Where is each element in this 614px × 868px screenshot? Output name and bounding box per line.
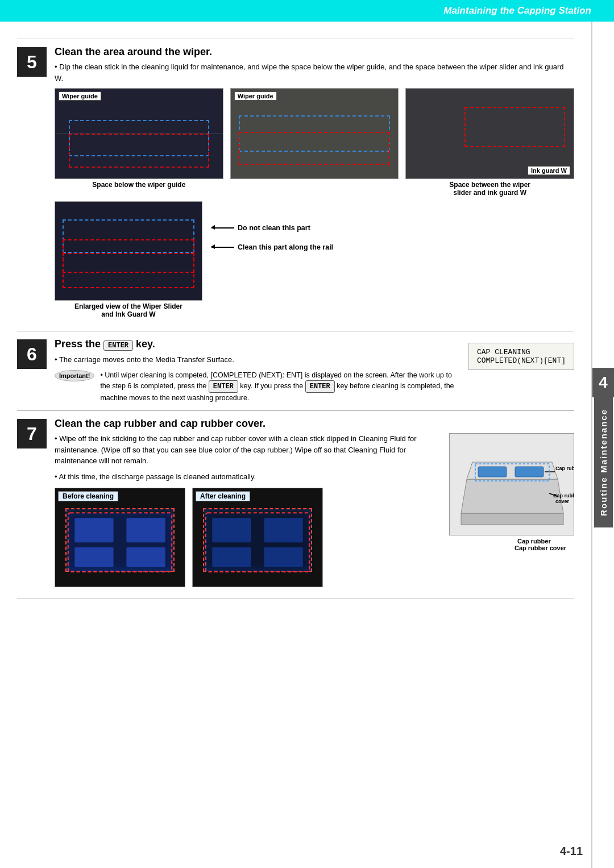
step-6-number: 6 xyxy=(17,339,47,369)
svg-marker-19 xyxy=(461,479,563,513)
svg-rect-9 xyxy=(74,547,113,567)
svg-rect-16 xyxy=(264,547,302,567)
svg-rect-2 xyxy=(231,89,399,178)
step-5-img1-box: Wiper guide Space below the wiper guide xyxy=(55,88,223,189)
enlarged-caption: Enlarged view of the Wiper Slider and In… xyxy=(55,302,202,318)
step-6-content: Press the ENTER key. • The carriage move… xyxy=(55,338,574,404)
step-7-main: • Wipe off the ink sticking to the cap r… xyxy=(55,433,574,587)
cap-rubber-label: Cap rubber xyxy=(517,538,551,545)
enlarged-img xyxy=(55,201,202,301)
step-6-block: 6 Press the ENTER key. • The carriage mo… xyxy=(17,338,574,404)
arrow-icon-2 xyxy=(211,247,234,248)
important-badge: Important! xyxy=(55,370,94,381)
step-6-row: Press the ENTER key. • The carriage move… xyxy=(55,338,574,404)
svg-text:Cap rubber: Cap rubber xyxy=(553,493,574,499)
step-6-left: Press the ENTER key. • The carriage move… xyxy=(55,338,457,404)
bottom-divider xyxy=(17,599,574,599)
svg-rect-15 xyxy=(212,547,251,567)
step-5-title: Clean the area around the wiper. xyxy=(55,46,574,58)
enlarged-view-block: Enlarged view of the Wiper Slider and In… xyxy=(55,201,574,318)
svg-rect-13 xyxy=(212,518,251,542)
step-5-img2-box: Wiper guide xyxy=(230,88,399,189)
step-6-important: Important! • Until wiper cleaning is com… xyxy=(55,370,457,404)
svg-rect-7 xyxy=(74,518,113,542)
enlarged-img-box: Enlarged view of the Wiper Slider and In… xyxy=(55,201,202,318)
step-7-desc2: • At this time, the discharge passage is… xyxy=(55,471,440,483)
clean-along-rail-label: Clean this part along the rail xyxy=(211,243,333,251)
ink-guard-w-label: Ink guard W xyxy=(528,166,570,175)
enter-key-2[interactable]: ENTER xyxy=(209,380,238,393)
step-5-img3-box: Ink guard W Space between the wiper slid… xyxy=(405,88,574,197)
chapter-number: 4 xyxy=(592,368,614,397)
step-5-img3: Ink guard W xyxy=(405,88,574,179)
svg-rect-3 xyxy=(406,89,574,178)
before-after-row: Before cleaning xyxy=(55,488,440,587)
step-5-img1: Wiper guide xyxy=(55,88,223,179)
svg-rect-14 xyxy=(264,518,302,542)
step-5-block: 5 Clean the area around the wiper. • Dip… xyxy=(17,46,574,324)
step-5-number: 5 xyxy=(17,47,47,77)
enter-key-3[interactable]: ENTER xyxy=(305,380,335,393)
before-cleaning-label: Before cleaning xyxy=(58,491,118,501)
step-7-block: 7 Clean the cap rubber and cap rubber co… xyxy=(17,418,574,587)
enlarged-labels: Do not clean this part Clean this part a… xyxy=(211,201,333,251)
svg-rect-21 xyxy=(478,467,507,477)
svg-rect-8 xyxy=(126,518,165,542)
step-7-content: Clean the cap rubber and cap rubber cove… xyxy=(55,418,574,587)
arrow-icon-1 xyxy=(211,227,234,229)
caption3-line1: Space between the wiper xyxy=(449,181,530,189)
divider-3 xyxy=(17,410,574,411)
step-5-images-row: Wiper guide Space below the wiper guide xyxy=(55,88,574,197)
after-cleaning-img: After cleaning xyxy=(192,488,323,587)
cap-rubber-cover-label: Cap rubber cover xyxy=(515,545,566,551)
page-header: Maintaining the Capping Station xyxy=(0,0,614,22)
step-7-number: 7 xyxy=(17,419,47,448)
svg-text:Cap rubber: Cap rubber xyxy=(555,466,574,471)
before-cleaning-box: Before cleaning xyxy=(55,488,185,587)
important-text: • Until wiper cleaning is competed, [COM… xyxy=(100,370,457,404)
step-7-desc1: • Wipe off the ink sticking to the cap r… xyxy=(55,433,440,467)
page-title: Maintaining the Capping Station xyxy=(443,5,591,16)
after-cleaning-label: After cleaning xyxy=(196,491,250,501)
step-6-title: Press the ENTER key. xyxy=(55,338,457,351)
before-cleaning-img: Before cleaning xyxy=(55,488,185,587)
right-sidebar: 4 Routine Maintenance xyxy=(591,22,614,868)
svg-marker-18 xyxy=(461,513,563,525)
diagram-labels: Cap rubber Cap rubber cover xyxy=(449,538,574,551)
screen-display: CAP CLEANING COMPLETED(NEXT)[ENT] xyxy=(468,343,574,370)
svg-rect-4 xyxy=(55,202,202,300)
step-5-img2-caption xyxy=(230,181,399,189)
cap-rubber-diagram: Cap rubber Cap rubber cover Cap rubber C… xyxy=(449,433,574,551)
after-cleaning-box: After cleaning xyxy=(192,488,323,587)
top-divider xyxy=(17,39,574,39)
step-5-img3-caption: Space between the wiper slider and ink g… xyxy=(405,181,574,197)
diagram-box: Cap rubber Cap rubber cover xyxy=(449,433,574,535)
wiper-guide-label-2: Wiper guide xyxy=(234,92,277,101)
step-6-desc: • The carriage moves onto the Media Tran… xyxy=(55,354,457,366)
wiper-guide-label-1: Wiper guide xyxy=(59,92,101,101)
page-number: 4-11 xyxy=(560,845,583,858)
step-5-content: Clean the area around the wiper. • Dip t… xyxy=(55,46,574,324)
svg-rect-10 xyxy=(126,547,165,567)
main-content: 5 Clean the area around the wiper. • Dip… xyxy=(0,22,591,623)
divider-2 xyxy=(17,331,574,331)
caption3-line2: slider and ink guard W xyxy=(453,189,526,197)
step-7-text: • Wipe off the ink sticking to the cap r… xyxy=(55,433,440,587)
step-5-img2: Wiper guide xyxy=(230,88,399,179)
step-5-img1-caption: Space below the wiper guide xyxy=(55,181,223,189)
svg-rect-22 xyxy=(515,467,544,477)
step-5-desc: • Dip the clean stick in the cleaning li… xyxy=(55,61,574,84)
enter-key-button[interactable]: ENTER xyxy=(103,340,133,351)
cap-rubber-svg: Cap rubber Cap rubber cover xyxy=(450,434,574,535)
do-not-clean-label: Do not clean this part xyxy=(211,224,333,232)
section-label: Routine Maintenance xyxy=(594,397,613,528)
step-7-title: Clean the cap rubber and cap rubber cove… xyxy=(55,418,574,430)
svg-text:cover: cover xyxy=(555,499,570,504)
